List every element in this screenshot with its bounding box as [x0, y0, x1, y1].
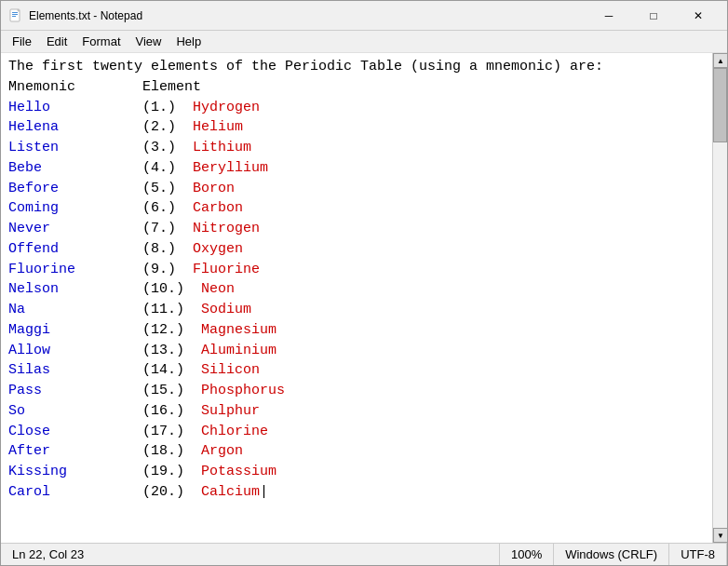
- status-zoom: 100%: [500, 544, 554, 565]
- scroll-up-button[interactable]: ▲: [713, 53, 727, 68]
- menu-item-edit[interactable]: Edit: [39, 33, 74, 50]
- menu-item-format[interactable]: Format: [74, 33, 128, 50]
- menu-item-help[interactable]: Help: [169, 33, 209, 50]
- menu-item-view[interactable]: View: [128, 33, 169, 50]
- svg-rect-3: [12, 16, 16, 17]
- status-position: Ln 22, Col 23: [1, 544, 500, 565]
- app-icon: [8, 8, 23, 23]
- vertical-scrollbar[interactable]: ▲ ▼: [712, 53, 727, 543]
- svg-rect-1: [12, 12, 18, 13]
- scroll-track[interactable]: [713, 68, 727, 528]
- close-button[interactable]: ✕: [677, 1, 720, 31]
- status-encoding: UTF-8: [669, 544, 727, 565]
- notepad-window: Elements.txt - Notepad ─ □ ✕ FileEditFor…: [0, 0, 728, 566]
- status-bar: Ln 22, Col 23 100% Windows (CRLF) UTF-8: [1, 543, 727, 565]
- window-controls: ─ □ ✕: [587, 1, 720, 31]
- status-line-ending: Windows (CRLF): [554, 544, 669, 565]
- title-bar: Elements.txt - Notepad ─ □ ✕: [1, 1, 727, 31]
- scroll-thumb[interactable]: [713, 68, 727, 142]
- svg-rect-2: [12, 14, 18, 15]
- menu-item-file[interactable]: File: [5, 33, 39, 50]
- editor-area: The first twenty elements of the Periodi…: [1, 53, 727, 543]
- minimize-button[interactable]: ─: [587, 1, 630, 31]
- window-title: Elements.txt - Notepad: [29, 9, 587, 22]
- maximize-button[interactable]: □: [632, 1, 675, 31]
- menu-bar: FileEditFormatViewHelp: [1, 31, 727, 53]
- scroll-down-button[interactable]: ▼: [713, 528, 727, 543]
- text-editor[interactable]: The first twenty elements of the Periodi…: [1, 53, 712, 543]
